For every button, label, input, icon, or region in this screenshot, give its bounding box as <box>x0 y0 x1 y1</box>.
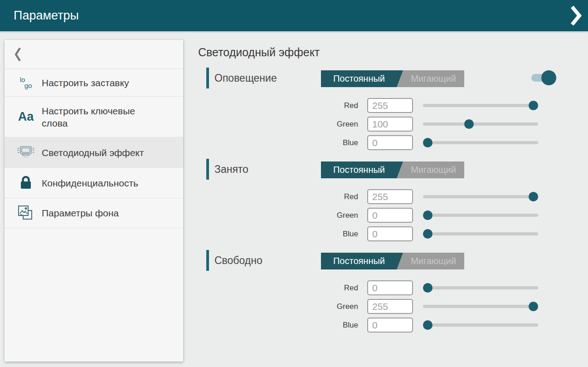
red-value-input[interactable] <box>367 280 413 295</box>
green-value-input[interactable] <box>367 208 413 223</box>
settings-sidebar: logo Настроить заставку Aa Настроить клю… <box>5 40 183 362</box>
logo-icon: logo <box>15 72 36 93</box>
slider-track <box>423 122 538 126</box>
mode-option-blinking[interactable]: Мигающий <box>403 161 464 178</box>
channel-label: Blue <box>304 226 358 241</box>
blue-channel-row: Blue <box>198 226 588 241</box>
slider-track <box>423 323 538 327</box>
notification-enable-toggle[interactable] <box>531 70 555 85</box>
section-title: Свободно <box>214 250 262 271</box>
slider-track <box>423 305 538 308</box>
red-slider[interactable] <box>423 280 538 295</box>
chevron-left-icon <box>14 47 21 62</box>
slider-thumb[interactable] <box>423 229 432 239</box>
slider-thumb[interactable] <box>423 283 432 293</box>
chevron-right-icon[interactable] <box>570 5 582 26</box>
sidebar-item-label: Настроить ключевые слова <box>42 105 151 129</box>
sidebar-item-label: Настроить заставку <box>42 77 129 89</box>
red-channel-row: Red <box>198 98 588 113</box>
section-busy: Занято Мигающий Постоянный Red Green <box>198 158 588 250</box>
mode-segmented-control: Мигающий Постоянный <box>321 161 464 178</box>
section-title: Занято <box>214 159 248 180</box>
blue-channel-row: Blue <box>198 135 588 150</box>
blue-slider[interactable] <box>423 135 538 150</box>
slider-thumb[interactable] <box>529 101 538 110</box>
blue-channel-row: Blue <box>198 318 588 333</box>
slider-track <box>423 104 538 107</box>
channel-label: Red <box>304 98 358 113</box>
background-image-icon <box>15 203 36 224</box>
slider-thumb[interactable] <box>464 119 474 129</box>
red-channel-row: Red <box>198 280 588 295</box>
channel-label: Red <box>304 189 358 204</box>
sidebar-item-screensaver[interactable]: logo Настроить заставку <box>5 69 183 97</box>
slider-thumb[interactable] <box>529 302 538 311</box>
green-value-input[interactable] <box>367 299 413 314</box>
page-title: Параметры <box>14 0 79 31</box>
app-header: Параметры <box>0 0 588 32</box>
green-slider[interactable] <box>423 299 538 314</box>
section-notification: Оповещение Мигающий Постоянный Red Green <box>198 67 588 158</box>
green-value-input[interactable] <box>367 117 413 132</box>
slider-track <box>423 195 538 198</box>
led-effect-panel: Светодиодный эффект Оповещение Мигающий … <box>198 40 588 367</box>
green-slider[interactable] <box>423 117 538 132</box>
channel-label: Blue <box>304 318 358 333</box>
slider-track <box>423 214 538 217</box>
channel-label: Green <box>304 208 358 223</box>
led-screen-icon <box>15 142 36 163</box>
channel-label: Green <box>304 117 358 132</box>
slider-thumb[interactable] <box>423 210 432 220</box>
panel-title: Светодиодный эффект <box>198 46 320 59</box>
mode-option-blinking[interactable]: Мигающий <box>403 253 464 269</box>
sidebar-item-label: Параметры фона <box>42 207 119 219</box>
sidebar-item-label: Светодиодный эффект <box>42 147 144 159</box>
slider-thumb[interactable] <box>423 138 432 147</box>
sidebar-item-label: Конфиденциальность <box>42 177 138 189</box>
lock-icon <box>15 172 36 193</box>
section-accent-bar <box>206 159 209 180</box>
slider-thumb[interactable] <box>529 192 538 201</box>
section-free: Свободно Мигающий Постоянный Red Green <box>198 250 588 341</box>
green-channel-row: Green <box>198 299 588 314</box>
slider-track <box>423 232 538 235</box>
red-slider[interactable] <box>423 189 538 204</box>
blue-slider[interactable] <box>423 318 538 333</box>
section-accent-bar <box>206 68 209 88</box>
slider-thumb[interactable] <box>423 320 432 330</box>
sidebar-item-background[interactable]: Параметры фона <box>5 198 183 228</box>
mode-option-constant[interactable]: Постоянный <box>321 161 403 178</box>
section-title: Оповещение <box>214 68 277 88</box>
red-slider[interactable] <box>423 98 538 113</box>
channel-label: Blue <box>304 135 358 150</box>
slider-track <box>423 141 538 144</box>
blue-slider[interactable] <box>423 226 538 241</box>
mode-option-blinking[interactable]: Мигающий <box>403 70 464 87</box>
red-value-input[interactable] <box>367 98 413 113</box>
blue-value-input[interactable] <box>367 135 413 150</box>
blue-value-input[interactable] <box>367 318 413 333</box>
slider-track <box>423 286 538 289</box>
red-value-input[interactable] <box>367 189 413 204</box>
sidebar-back-button[interactable] <box>5 40 183 69</box>
mode-segmented-control: Мигающий Постоянный <box>321 253 464 269</box>
mode-option-constant[interactable]: Постоянный <box>321 70 403 87</box>
blue-value-input[interactable] <box>367 226 413 241</box>
keywords-aa-icon: Aa <box>15 107 36 127</box>
mode-segmented-control: Мигающий Постоянный <box>321 70 464 87</box>
channel-label: Red <box>304 280 358 295</box>
mode-option-constant[interactable]: Постоянный <box>321 253 403 269</box>
section-accent-bar <box>206 250 209 271</box>
green-slider[interactable] <box>423 208 538 223</box>
sidebar-item-keywords[interactable]: Aa Настроить ключевые слова <box>5 97 183 137</box>
green-channel-row: Green <box>198 117 588 132</box>
channel-label: Green <box>304 299 358 314</box>
red-channel-row: Red <box>198 189 588 204</box>
green-channel-row: Green <box>198 208 588 223</box>
sidebar-item-led-effect[interactable]: Светодиодный эффект <box>5 137 183 168</box>
sidebar-item-privacy[interactable]: Конфиденциальность <box>5 168 183 198</box>
toggle-knob <box>541 70 556 85</box>
settings-app-window: Параметры logo Настроить заставку Aa <box>0 0 588 367</box>
